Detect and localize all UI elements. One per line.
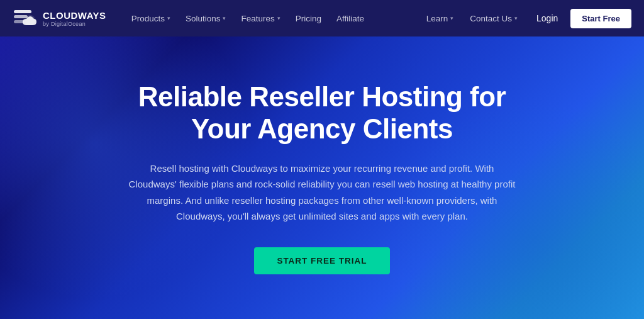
chevron-down-icon: ▾ (223, 15, 226, 21)
navbar: CLOUDWAYS by DigitalOcean Products ▾ Sol… (0, 0, 644, 36)
hero-section: Reliable Reseller Hosting for Your Agenc… (0, 36, 644, 319)
logo-text: CLOUDWAYS by DigitalOcean (43, 10, 106, 27)
svg-rect-1 (14, 15, 28, 18)
nav-item-solutions[interactable]: Solutions ▾ (179, 0, 233, 36)
nav-item-features[interactable]: Features ▾ (235, 0, 286, 36)
chevron-down-icon: ▾ (277, 15, 280, 21)
nav-right: Learn ▾ Contact Us ▾ Login Start Free (420, 0, 631, 36)
logo-sub-label: by DigitalOcean (43, 21, 106, 27)
hero-content: Reliable Reseller Hosting for Your Agenc… (108, 81, 536, 274)
nav-features-label: Features (241, 14, 274, 23)
nav-contact-label: Contact Us (470, 14, 512, 23)
nav-products-label: Products (131, 14, 165, 23)
logo-cloudways-label: CLOUDWAYS (43, 10, 106, 21)
svg-rect-2 (14, 20, 24, 23)
nav-item-pricing[interactable]: Pricing (289, 0, 328, 36)
nav-left: Products ▾ Solutions ▾ Features ▾ Pricin… (125, 0, 420, 36)
hero-title: Reliable Reseller Hosting for Your Agenc… (121, 81, 523, 145)
svg-rect-0 (14, 10, 31, 13)
nav-item-contact[interactable]: Contact Us ▾ (464, 0, 524, 36)
nav-solutions-label: Solutions (186, 14, 221, 23)
start-free-trial-button[interactable]: START FREE TRIAL (254, 247, 389, 274)
start-free-button[interactable]: Start Free (570, 9, 631, 28)
nav-item-learn[interactable]: Learn ▾ (420, 0, 460, 36)
hero-description: Resell hosting with Cloudways to maximiz… (127, 160, 517, 225)
logo[interactable]: CLOUDWAYS by DigitalOcean (13, 6, 106, 30)
nav-learn-label: Learn (426, 14, 448, 23)
nav-item-products[interactable]: Products ▾ (125, 0, 177, 36)
chevron-down-icon: ▾ (167, 15, 170, 21)
login-button[interactable]: Login (528, 9, 567, 27)
chevron-down-icon: ▾ (450, 15, 453, 21)
nav-item-affiliate[interactable]: Affiliate (330, 0, 370, 36)
chevron-down-icon: ▾ (514, 15, 518, 21)
nav-pricing-label: Pricing (296, 14, 321, 23)
nav-affiliate-label: Affiliate (336, 14, 364, 23)
cloudways-logo-icon (13, 6, 38, 30)
